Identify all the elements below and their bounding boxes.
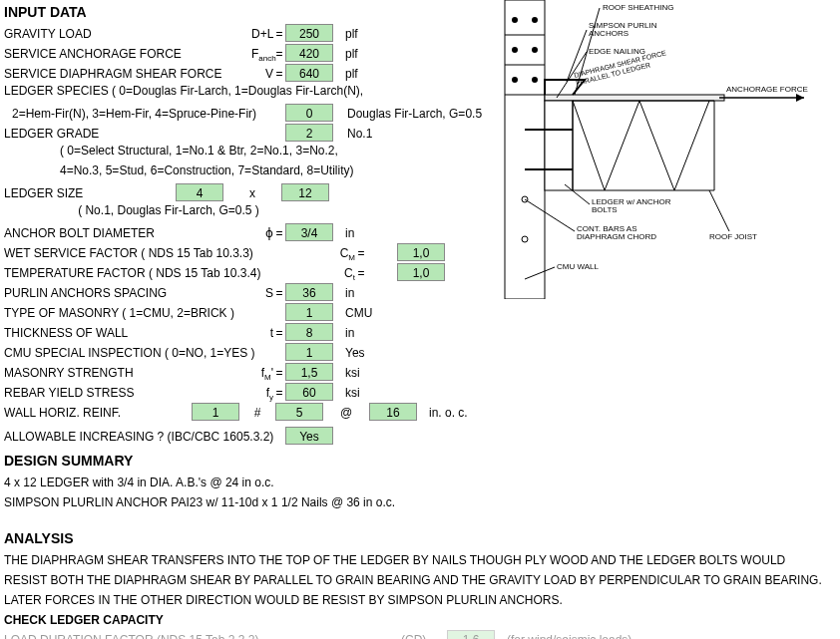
label-rebar: REBAR YIELD STRESS [4,386,251,400]
diagram-label-cont-bars: CONT. BARS ASDIAPHRAGM CHORD [577,224,656,241]
val-allow-inc[interactable]: Yes [285,427,333,445]
svg-line-20 [565,184,590,204]
val-temp[interactable]: 1,0 [397,263,445,281]
row-horiz-reinf: WALL HORIZ. REINF. 1 # 5 @ 16 in. o. c. [4,403,836,423]
design-summary-title: DESIGN SUMMARY [4,453,836,469]
val-masonry-type[interactable]: 1 [285,303,333,321]
val-diaph-shear[interactable]: 640 [285,64,333,82]
row-wall-t: THICKNESS OF WALL t = 8 in [4,323,836,343]
svg-rect-10 [545,95,724,101]
diagram-label-edge-nailing: EDGE NAILING [589,47,645,56]
unit-purlin: in [345,286,354,300]
sym-mas-strength: fM' [251,366,273,382]
connection-detail-diagram: ROOF SHEATHING SIMPSON PURLINANCHORS EDG… [495,0,834,299]
unit-anchor-force: plf [345,47,358,61]
label-bolt: ANCHOR BOLT DIAMETER [4,226,259,240]
val-wall-t[interactable]: 8 [285,323,333,341]
label-purlin: PURLIN ANCHORS SPACING [4,286,259,300]
size-sep: x [223,186,281,200]
diagram-label-ledger-bolts: LEDGER w/ ANCHORBOLTS [592,197,671,214]
unit-bolt: in [345,226,354,240]
svg-rect-0 [505,0,545,299]
svg-point-6 [532,77,538,83]
label-wet: WET SERVICE FACTOR ( NDS 15 Tab 10.3.3) [4,246,337,260]
val-gravity[interactable]: 250 [285,24,333,42]
row-masonry-type: TYPE OF MASONRY ( 1=CMU, 2=BRICK ) 1 CMU [4,303,836,323]
diagram-label-roof-sheathing: ROOF SHEATHING [603,3,673,12]
diagram-label-cmu-wall: CMU WALL [557,262,599,271]
size-note: ( No.1, Douglas Fir-Larch, G=0.5 ) [4,203,333,217]
sym-purlin: S [259,286,273,300]
unit-mas-strength: ksi [345,366,360,380]
analysis-title: ANALYSIS [4,530,836,546]
val-anchor-force[interactable]: 420 [285,44,333,62]
reinf-hash: # [239,406,275,420]
val-bolt[interactable]: 3/4 [285,223,333,241]
label-species-1: LEDGER SPECIES ( 0=Douglas Fir-Larch, 1=… [4,84,363,98]
row-mas-strength: MASONRY STRENGTH fM' = 1,5 ksi [4,363,836,383]
val-reinf-spacing[interactable]: 16 [369,403,417,421]
label-wall-t: THICKNESS OF WALL [4,326,259,340]
sym-wall-t: t [259,326,273,340]
reinf-at: @ [323,406,369,420]
grade-note1: ( 0=Select Structural, 1=No.1 & Btr, 2=N… [60,144,338,158]
val-species[interactable]: 0 [285,104,333,122]
svg-point-4 [532,47,538,53]
sym-bolt: ϕ [259,226,273,240]
unit-gravity: plf [345,27,358,41]
design-summary-line2: SIMPSON PLURLIN ANCHOR PAI23 w/ 11-10d x… [4,492,836,512]
sym-diaph-shear: V [251,67,273,81]
label-horiz-reinf: WALL HORIZ. REINF. [4,406,192,420]
label-gravity: GRAVITY LOAD [4,27,251,41]
row-rebar: REBAR YIELD STRESS fy = 60 ksi [4,383,836,403]
unit-diaph-shear: plf [345,67,358,81]
row-inspect: CMU SPECIAL INSPECTION ( 0=NO, 1=YES ) 1… [4,343,836,363]
label-diaph-shear: SERVICE DIAPHRAGM SHEAR FORCE [4,67,251,81]
val-grade[interactable]: 2 [285,124,333,142]
sym-temp: Ct [337,266,355,282]
label-bottom-cut: LOAD DURATION FACTOR (NDS 15 Tab 2.3.2) [4,633,401,639]
val-size-w[interactable]: 4 [176,183,223,201]
label-size: LEDGER SIZE [4,186,176,200]
diagram-label-roof-joist: ROOF JOIST [709,232,757,241]
label-anchor-force: SERVICE ANCHORAGE FORCE [4,47,251,61]
val-mas-strength[interactable]: 1,5 [285,363,333,381]
sym-gravity: D+L [251,27,273,41]
val-reinf-count[interactable]: 1 [192,403,239,421]
val-wet[interactable]: 1,0 [397,243,445,261]
svg-point-2 [532,17,538,23]
desc-masonry-type: CMU [345,306,372,320]
svg-line-22 [709,190,729,231]
unit-wall-t: in [345,326,354,340]
val-purlin[interactable]: 36 [285,283,333,301]
sym-wet: CM [337,246,355,262]
label-grade: LEDGER GRADE [4,127,285,141]
label-masonry-type: TYPE OF MASONRY ( 1=CMU, 2=BRICK ) [4,306,285,320]
val-size-h[interactable]: 12 [281,183,329,201]
label-temp: TEMPERATURE FACTOR ( NDS 15 Tab 10.3.4) [4,266,337,280]
sym-bottom-cut: (CD) [401,633,431,639]
val-inspect[interactable]: 1 [285,343,333,361]
label-inspect: CMU SPECIAL INSPECTION ( 0=NO, 1=YES ) [4,346,285,360]
design-summary-line1: 4 x 12 LEDGER with 3/4 in DIA. A.B.'s @ … [4,473,836,492]
val-bottom-cut: 1,6 [447,630,495,639]
row-allow-inc: ALLOWABLE INCREASING ? (IBC/CBC 1605.3.2… [4,427,836,447]
label-species-2: 2=Hem-Fir(N), 3=Hem-Fir, 4=Spruce-Pine-F… [4,107,285,121]
svg-point-5 [512,77,518,83]
svg-point-1 [512,17,518,23]
svg-point-3 [512,47,518,53]
label-allow-inc: ALLOWABLE INCREASING ? (IBC/CBC 1605.3.2… [4,430,285,444]
val-reinf-size[interactable]: 5 [275,403,323,421]
analysis-para: THE DIAPHRAGM SHEAR TRANSFERS INTO THE T… [4,550,822,610]
row-bottom-cut: LOAD DURATION FACTOR (NDS 15 Tab 2.3.2) … [4,630,836,639]
sym-anchor-force: Fanch [251,47,273,63]
desc-species: Douglas Fir-Larch, G=0.5 [347,107,482,121]
note-bottom-cut: (for wind/seismic loads) [507,633,631,639]
diagram-label-purlin-anchors: SIMPSON PURLINANCHORS [589,21,657,38]
val-rebar[interactable]: 60 [285,383,333,401]
sym-rebar: fy [251,386,273,402]
label-mas-strength: MASONRY STRENGTH [4,366,251,380]
desc-inspect: Yes [345,346,365,360]
reinf-oc: in. o. c. [429,406,468,420]
unit-rebar: ksi [345,386,360,400]
